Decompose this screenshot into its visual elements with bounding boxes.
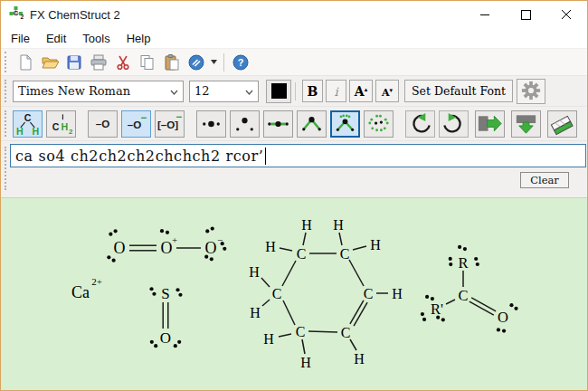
svg-text:−: − bbox=[176, 111, 183, 122]
clear-button[interactable]: Clear bbox=[520, 172, 569, 188]
standard-toolbar: ? bbox=[1, 49, 587, 75]
save-button[interactable] bbox=[62, 52, 86, 73]
close-button[interactable] bbox=[546, 1, 587, 28]
svg-text:2: 2 bbox=[21, 14, 24, 20]
maximize-button[interactable] bbox=[506, 1, 546, 28]
atom-label: O bbox=[160, 329, 171, 347]
atom-label: H bbox=[300, 355, 311, 370]
link-globe-icon bbox=[187, 53, 205, 72]
atom-label: Ca bbox=[71, 283, 90, 301]
lone-pair-dot bbox=[149, 287, 153, 291]
lone-pairs-linear-button[interactable] bbox=[196, 110, 226, 138]
font-size-select[interactable]: 12 bbox=[189, 81, 259, 102]
export-right-button[interactable] bbox=[475, 110, 505, 138]
cut-button[interactable] bbox=[111, 52, 135, 73]
atom-label: O bbox=[205, 239, 217, 257]
bond bbox=[280, 248, 292, 251]
oxygen-plain-button[interactable]: –O bbox=[88, 110, 118, 138]
rotate-ccw-button[interactable] bbox=[405, 110, 435, 138]
svg-text:?: ? bbox=[238, 57, 244, 68]
chevron-down-icon bbox=[211, 60, 217, 64]
insert-link-button[interactable] bbox=[185, 52, 208, 73]
menu-tools[interactable]: Tools bbox=[74, 30, 118, 47]
open-button[interactable] bbox=[38, 52, 62, 73]
chevron-down-icon bbox=[245, 84, 253, 98]
bent-bonds-lone-pairs-button[interactable] bbox=[330, 110, 360, 138]
lone-pair-dot bbox=[205, 229, 209, 233]
atom-label: O bbox=[161, 239, 173, 257]
lone-pairs-linear-icon bbox=[197, 111, 225, 137]
font-family-select[interactable]: Times New Roman bbox=[13, 81, 184, 102]
print-button[interactable] bbox=[87, 52, 110, 73]
titlebar: C 2 FX ChemStruct 2 bbox=[1, 1, 587, 28]
font-settings-button[interactable] bbox=[517, 79, 545, 104]
formula-section: ca so4 ch2ch2ch2chchch2 rcor’ Clear bbox=[1, 140, 587, 197]
font-toolbar: Times New Roman 12 B i A▴ A▾ Se bbox=[1, 75, 587, 106]
arrow-down-icon bbox=[512, 111, 540, 137]
increase-font-button[interactable]: A▴ bbox=[349, 80, 373, 102]
bond bbox=[279, 334, 291, 337]
atom-label: C bbox=[272, 286, 282, 301]
linear-bonds-button[interactable] bbox=[263, 110, 293, 138]
svg-text:C: C bbox=[24, 112, 32, 123]
lone-pair-dot bbox=[509, 303, 513, 307]
link-dropdown-button[interactable] bbox=[209, 52, 219, 73]
linear-bonds-icon bbox=[264, 111, 292, 137]
triangle-up-icon: ▴ bbox=[365, 85, 368, 93]
toolbar-grip[interactable] bbox=[5, 110, 9, 137]
lone-pair-dot bbox=[152, 292, 156, 296]
bent-atoms-button[interactable] bbox=[230, 110, 260, 138]
save-icon bbox=[65, 53, 83, 72]
lone-pair-dot bbox=[441, 318, 445, 321]
atom-label: R' bbox=[431, 300, 443, 318]
bent-bonds-button[interactable] bbox=[297, 110, 327, 138]
bond bbox=[261, 278, 270, 287]
font-color-button[interactable] bbox=[266, 80, 291, 103]
atom-label: R bbox=[458, 254, 468, 272]
svg-text:H: H bbox=[16, 125, 24, 136]
rotate-ccw-icon bbox=[406, 111, 434, 137]
toolbar-grip[interactable] bbox=[5, 52, 9, 72]
atom-label: O bbox=[114, 239, 126, 257]
svg-text:H: H bbox=[62, 120, 69, 131]
print-icon bbox=[90, 53, 108, 72]
decrease-font-button[interactable]: A▾ bbox=[375, 80, 399, 102]
electron-cloud-button[interactable] bbox=[364, 110, 394, 138]
menu-file[interactable]: File bbox=[3, 30, 38, 47]
formula-input[interactable]: ca so4 ch2ch2ch2chchch2 rcor’ bbox=[10, 144, 586, 167]
lone-pair-dot bbox=[476, 262, 479, 266]
set-default-font-button[interactable]: Set Default Font bbox=[404, 80, 513, 102]
rotate-cw-icon bbox=[440, 111, 468, 137]
minimize-button[interactable] bbox=[465, 1, 506, 28]
toolbar-grip[interactable] bbox=[5, 80, 9, 103]
help-button[interactable]: ? bbox=[229, 52, 252, 73]
help-icon: ? bbox=[232, 53, 250, 72]
new-document-button[interactable] bbox=[14, 52, 37, 73]
bond bbox=[350, 339, 356, 350]
oxygen-bracket-anion-button[interactable]: [–O] − bbox=[155, 110, 185, 138]
rotate-cw-button[interactable] bbox=[439, 110, 469, 138]
insert-down-button[interactable] bbox=[511, 110, 541, 138]
expand-ch2-button[interactable]: C H H bbox=[13, 110, 43, 138]
lone-pair-dot bbox=[223, 247, 226, 251]
atom-label: C bbox=[364, 286, 374, 301]
ch2-button[interactable]: C H 2 bbox=[46, 110, 76, 138]
copy-button[interactable] bbox=[136, 52, 159, 73]
eraser-button[interactable] bbox=[547, 110, 577, 138]
atom-label: S bbox=[161, 285, 169, 302]
expand-ch2-icon: C H H bbox=[14, 111, 42, 137]
bond bbox=[308, 331, 337, 332]
bold-button[interactable]: B bbox=[302, 80, 323, 102]
menu-help[interactable]: Help bbox=[119, 30, 159, 47]
lone-pair-dot bbox=[422, 318, 426, 321]
electron-cloud-icon bbox=[365, 111, 393, 137]
italic-label: i bbox=[334, 85, 337, 99]
italic-button[interactable]: i bbox=[326, 80, 346, 102]
paste-button[interactable] bbox=[160, 52, 184, 73]
clear-label: Clear bbox=[530, 174, 559, 186]
oxygen-anion-button[interactable]: –O − bbox=[121, 110, 151, 138]
oxygen-plain-icon: –O bbox=[89, 111, 117, 137]
menu-edit[interactable]: Edit bbox=[38, 30, 74, 47]
structure-canvas[interactable]: OO+O−Ca2+SOCCCCCCHHHHHHHHHHRCR'O bbox=[1, 197, 587, 391]
gear-icon bbox=[521, 81, 541, 100]
